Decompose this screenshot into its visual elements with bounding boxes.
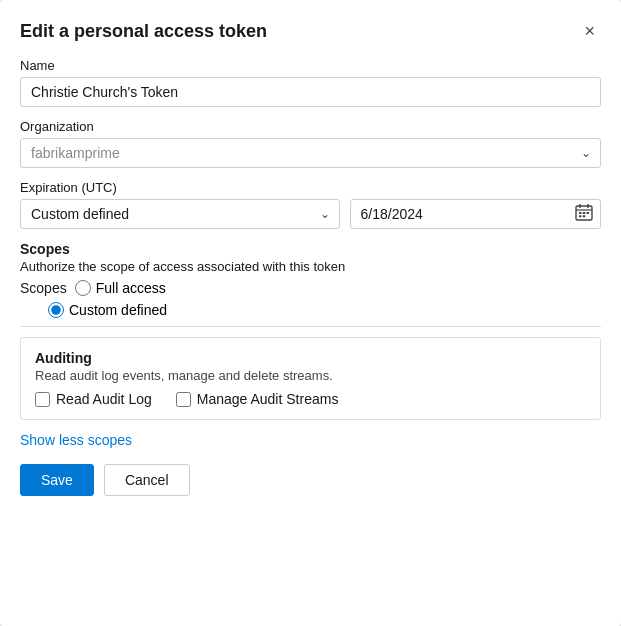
expiration-label: Expiration (UTC) — [20, 180, 601, 195]
save-button[interactable]: Save — [20, 464, 94, 496]
dialog-title: Edit a personal access token — [20, 21, 267, 42]
full-access-radio[interactable] — [75, 280, 91, 296]
edit-token-dialog: Edit a personal access token × Name Orga… — [0, 0, 621, 626]
expiration-select-wrapper: Custom defined 30 days 60 days 90 days 1… — [20, 199, 340, 229]
read-audit-log-label[interactable]: Read Audit Log — [35, 391, 152, 407]
scopes-title: Scopes — [20, 241, 601, 257]
manage-audit-streams-text: Manage Audit Streams — [197, 391, 339, 407]
cancel-button[interactable]: Cancel — [104, 464, 190, 496]
show-scopes-link[interactable]: Show less scopes — [20, 432, 132, 448]
auditing-section-title: Auditing — [35, 350, 586, 366]
dialog-header: Edit a personal access token × — [20, 20, 601, 42]
manage-audit-streams-checkbox[interactable] — [176, 392, 191, 407]
section-divider — [20, 326, 601, 327]
scopes-section: Scopes Authorize the scope of access ass… — [20, 241, 601, 318]
date-input[interactable] — [350, 199, 601, 229]
custom-defined-radio-label[interactable]: Custom defined — [48, 302, 167, 318]
scopes-box[interactable]: Auditing Read audit log events, manage a… — [20, 337, 601, 420]
scopes-description: Authorize the scope of access associated… — [20, 259, 601, 274]
name-label: Name — [20, 58, 601, 73]
organization-label: Organization — [20, 119, 601, 134]
scopes-radio-group: Scopes Full access — [20, 280, 601, 296]
scopes-label: Scopes — [20, 280, 67, 296]
custom-defined-label: Custom defined — [69, 302, 167, 318]
date-wrapper — [350, 199, 601, 229]
footer-row: Save Cancel — [20, 464, 601, 496]
custom-defined-row: Custom defined — [20, 302, 601, 318]
organization-select[interactable]: fabrikamprime — [20, 138, 601, 168]
expiration-field-group: Expiration (UTC) Custom defined 30 days … — [20, 180, 601, 229]
auditing-checkboxes: Read Audit Log Manage Audit Streams — [35, 391, 586, 407]
read-audit-log-checkbox[interactable] — [35, 392, 50, 407]
organization-select-wrapper: fabrikamprime ⌄ — [20, 138, 601, 168]
custom-defined-radio[interactable] — [48, 302, 64, 318]
full-access-label: Full access — [96, 280, 166, 296]
full-access-radio-label[interactable]: Full access — [75, 280, 166, 296]
manage-audit-streams-label[interactable]: Manage Audit Streams — [176, 391, 339, 407]
name-input[interactable] — [20, 77, 601, 107]
close-button[interactable]: × — [578, 20, 601, 42]
auditing-section-description: Read audit log events, manage and delete… — [35, 368, 586, 383]
name-field-group: Name — [20, 58, 601, 107]
expiration-row: Custom defined 30 days 60 days 90 days 1… — [20, 199, 601, 229]
expiration-select[interactable]: Custom defined 30 days 60 days 90 days 1… — [20, 199, 340, 229]
organization-field-group: Organization fabrikamprime ⌄ — [20, 119, 601, 168]
read-audit-log-text: Read Audit Log — [56, 391, 152, 407]
